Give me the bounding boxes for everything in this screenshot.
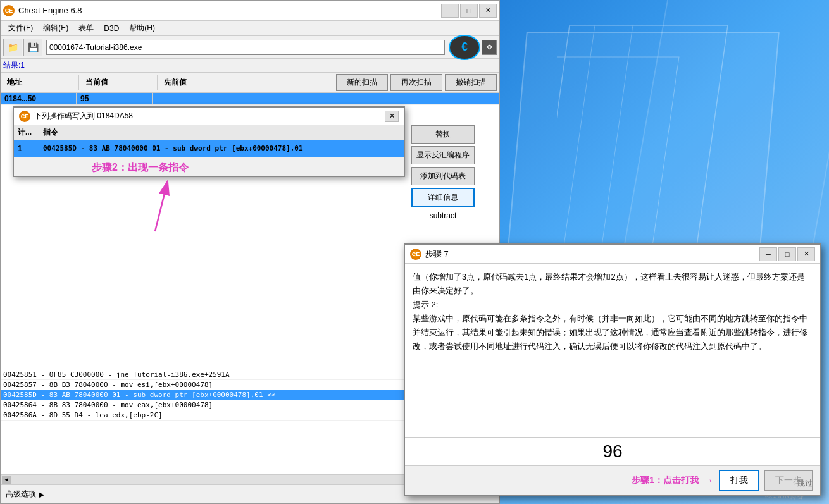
- app-title: Cheat Engine 6.8: [18, 6, 82, 15]
- step7-number: 96: [405, 438, 820, 466]
- col-header-address: 地址: [3, 75, 79, 90]
- opcodes-row-instr: 0042585D - 83 AB 78040000 01 - sub dword…: [39, 142, 404, 155]
- step7-footer: 步骤1：点击打我 → 打我 下一步: [405, 466, 820, 495]
- detail-button[interactable]: 详细信息: [411, 188, 475, 207]
- menu-help[interactable]: 帮助(H): [124, 22, 160, 35]
- toolbar-btn-2[interactable]: 💾: [23, 39, 42, 56]
- step1-text: 步骤1：点击打我: [632, 475, 699, 486]
- titlebar-left: CE Cheat Engine 6.8: [3, 5, 82, 16]
- step7-content: 值（你增加了3点，原代码减去1点，最终结果才会增加2点），这样看上去很容易让人迷…: [405, 264, 820, 438]
- opcodes-row-num: 1: [14, 142, 39, 155]
- menu-file[interactable]: 文件(F): [3, 22, 38, 35]
- process-name: 00001674-Tutorial-i386.exe: [49, 43, 142, 52]
- opcodes-table-row[interactable]: 1 0042585D - 83 AB 78040000 01 - sub dwo…: [14, 140, 404, 157]
- opcodes-title-text: CE 下列操作码写入到 0184DA58: [19, 111, 133, 122]
- menu-edit[interactable]: 编辑(E): [38, 22, 73, 35]
- opcodes-dialog-title: 下列操作码写入到 0184DA58: [34, 111, 133, 121]
- col-header-prev: 先前值: [160, 75, 236, 90]
- step7-window: CE 步骤 7 ─ □ ✕ 值（你增加了3点，原代码减去1点，最终结果才会增加2…: [404, 243, 821, 496]
- row-current-value: 95: [77, 93, 153, 104]
- step7-minimize[interactable]: ─: [759, 247, 777, 261]
- scroll-left[interactable]: ◄: [2, 476, 11, 484]
- menu-bar: 文件(F) 编辑(E) 表单 D3D 帮助(H): [1, 21, 499, 36]
- ce-logo: €: [449, 35, 480, 60]
- opcodes-right-buttons: 替换 显示反汇编程序 添加到代码表 详细信息 subtract: [411, 125, 475, 221]
- process-bar: 00001674-Tutorial-i386.exe: [46, 40, 445, 55]
- menu-table[interactable]: 表单: [73, 22, 99, 35]
- hit-me-button[interactable]: 打我: [719, 470, 759, 491]
- opcodes-col-num: 计...: [14, 125, 39, 140]
- main-titlebar: CE Cheat Engine 6.8 ─ □ ✕: [1, 1, 499, 21]
- settings-btn[interactable]: ⚙: [482, 40, 497, 55]
- opcodes-table-header: 计... 指令: [14, 125, 404, 140]
- toolbar: 📁 💾 00001674-Tutorial-i386.exe € ⚙: [1, 36, 499, 59]
- step7-close[interactable]: ✕: [797, 247, 815, 261]
- step7-icon: CE: [410, 249, 421, 260]
- rescan-button[interactable]: 再次扫描: [390, 74, 442, 91]
- add-to-table-button[interactable]: 添加到代码表: [411, 167, 475, 185]
- step7-title: 步骤 7: [425, 249, 449, 260]
- step7-window-controls: ─ □ ✕: [759, 247, 815, 261]
- new-scan-button[interactable]: 新的扫描: [336, 74, 388, 91]
- opcodes-dialog-icon: CE: [19, 111, 30, 122]
- undo-scan-button[interactable]: 撤销扫描: [445, 74, 497, 91]
- results-count: 结果:1: [1, 59, 499, 73]
- show-disasm-button[interactable]: 显示反汇编程序: [411, 146, 475, 164]
- col-header-current: 当前值: [82, 75, 158, 90]
- svg-line-3: [597, 25, 633, 278]
- menu-d3d[interactable]: D3D: [99, 23, 124, 34]
- opcodes-dialog: CE 下列操作码写入到 0184DA58 ✕ 计... 指令 1 0042585…: [13, 106, 405, 177]
- row-address: 0184...50: [1, 93, 77, 104]
- step7-titlebar-left: CE 步骤 7: [410, 249, 449, 260]
- subtract-label: subtract: [411, 210, 475, 221]
- minimize-button[interactable]: ─: [441, 4, 459, 18]
- maximize-button[interactable]: □: [460, 4, 478, 18]
- replace-button[interactable]: 替换: [411, 125, 475, 144]
- main-window-controls: ─ □ ✕: [441, 4, 497, 18]
- step7-text: 值（你增加了3点，原代码减去1点，最终结果才会增加2点），这样看上去很容易让人迷…: [413, 270, 813, 354]
- advanced-label: 高级选项: [6, 489, 36, 500]
- svg-rect-0: [557, 25, 728, 278]
- close-button[interactable]: ✕: [479, 4, 497, 18]
- chevron-right-icon: ▶: [39, 490, 44, 499]
- step1-annotation: 步骤1：点击打我 →: [632, 474, 714, 488]
- opcodes-col-instr: 指令: [39, 125, 404, 140]
- step7-titlebar: CE 步骤 7 ─ □ ✕: [405, 245, 820, 264]
- skip-link[interactable]: 跳过: [797, 478, 813, 489]
- table-row[interactable]: 0184...50 95: [1, 93, 499, 105]
- opcodes-padding: [14, 157, 404, 176]
- toolbar-btn-1[interactable]: 📁: [3, 39, 22, 56]
- opcodes-titlebar: CE 下列操作码写入到 0184DA58 ✕: [14, 108, 404, 125]
- opcodes-close-button[interactable]: ✕: [385, 111, 399, 122]
- row-prev-value: [153, 93, 228, 104]
- step7-maximize[interactable]: □: [778, 247, 796, 261]
- ce-app-icon: CE: [3, 5, 15, 16]
